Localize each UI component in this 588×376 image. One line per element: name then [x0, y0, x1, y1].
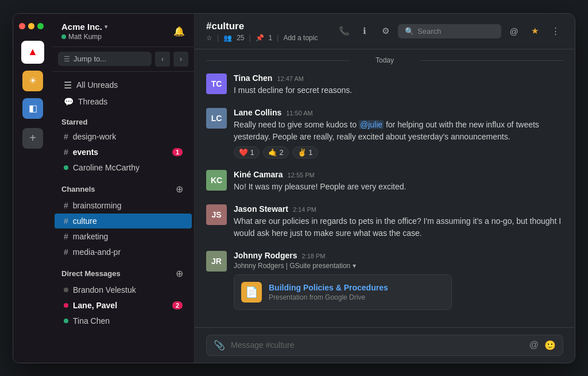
- at-icon[interactable]: @: [529, 340, 539, 350]
- avatar: KC: [206, 170, 227, 191]
- reaction-thumbs[interactable]: 🤙 2: [263, 146, 289, 158]
- bookmark-button[interactable]: ★: [527, 23, 543, 39]
- message-text: No! It was my pleasure! People are very …: [234, 181, 563, 193]
- message-content: Kiné Camara 12:55 PM No! It was my pleas…: [234, 170, 563, 193]
- workspace-name[interactable]: Acme Inc. ▾: [61, 22, 107, 32]
- chevron-down-icon: ▾: [105, 24, 107, 30]
- nav-icon-orange[interactable]: ☀: [22, 71, 43, 91]
- attachment-icon: 📄: [241, 282, 262, 303]
- sidebar-item-lane-pavel[interactable]: Lane, Pavel 2: [55, 298, 192, 313]
- hash-icon: #: [64, 232, 68, 241]
- attachment-icon[interactable]: 📎: [214, 340, 225, 351]
- message-author[interactable]: Lane Collins: [234, 108, 281, 117]
- online-dot: [64, 165, 68, 170]
- message-author[interactable]: Jason Stewart: [234, 204, 288, 214]
- hash-icon: #: [64, 201, 68, 210]
- attachment-info: Building Policies & Procedures Presentat…: [269, 283, 444, 301]
- reaction-peace[interactable]: ✌️ 1: [292, 146, 318, 158]
- message-text: Really need to give some kudos to @julie…: [234, 119, 563, 143]
- maximize-button[interactable]: [37, 23, 44, 29]
- message-header: Jason Stewart 2:14 PM: [234, 204, 563, 214]
- dm-section-header: Direct Messages ⊕: [52, 260, 194, 282]
- sidebar-item-design-work[interactable]: # design-work: [55, 129, 192, 144]
- message-group: LC Lane Collins 11:50 AM Really need to …: [206, 106, 563, 158]
- message-input[interactable]: [231, 340, 524, 350]
- search-box[interactable]: 🔍: [398, 24, 501, 38]
- info-button[interactable]: ℹ: [357, 23, 373, 39]
- app-window: ▲ ☀ ◧ + Acme Inc. ▾ Matt Kump 🔔 ☰ Jump t…: [13, 13, 575, 363]
- message-group: KC Kiné Camara 12:55 PM No! It was my pl…: [206, 168, 563, 193]
- attachment-card[interactable]: 📄 Building Policies & Procedures Present…: [234, 274, 452, 310]
- message-header: Tina Chen 12:47 AM: [234, 73, 563, 83]
- add-topic-link[interactable]: Add a topic: [283, 34, 318, 42]
- sidebar-item-brandon[interactable]: Brandon Velestuk: [55, 282, 192, 297]
- jump-to-button[interactable]: ☰ Jump to...: [58, 52, 152, 66]
- sidebar: Acme Inc. ▾ Matt Kump 🔔 ☰ Jump to... ‹ ›…: [52, 14, 195, 363]
- mention[interactable]: @julie: [359, 120, 384, 129]
- more-button[interactable]: ⋮: [547, 23, 563, 39]
- add-channel-button[interactable]: ⊕: [173, 184, 185, 195]
- mention-button[interactable]: @: [506, 23, 522, 39]
- online-status-dot: [61, 34, 66, 39]
- search-input[interactable]: [417, 27, 498, 36]
- messages-area[interactable]: Today TC Tina Chen 12:47 AM I must decli…: [195, 49, 575, 327]
- sidebar-item-threads[interactable]: 💬 Threads: [55, 94, 192, 109]
- hash-icon: #: [64, 148, 68, 157]
- channel-header: #culture ☆ | 👥 25 | 📌 1 | Add a topic 📞 …: [195, 14, 575, 49]
- jump-icon: ☰: [64, 55, 70, 63]
- sidebar-item-caroline[interactable]: Caroline McCarthy: [55, 160, 192, 175]
- back-button[interactable]: ‹: [155, 52, 170, 67]
- all-unreads-icon: ☰: [64, 80, 72, 91]
- avatar: LC: [206, 108, 227, 129]
- message-group: JS Jason Stewart 2:14 PM What are our po…: [206, 202, 563, 239]
- settings-button[interactable]: ⚙: [377, 23, 393, 39]
- sidebar-item-media-and-pr[interactable]: # media-and-pr: [55, 245, 192, 259]
- hash-icon: #: [64, 216, 68, 226]
- minimize-button[interactable]: [28, 23, 34, 29]
- channel-title-area: #culture ☆ | 👥 25 | 📌 1 | Add a topic: [206, 21, 318, 42]
- add-dm-button[interactable]: ⊕: [173, 268, 185, 280]
- notification-dot: [64, 303, 68, 308]
- call-button[interactable]: 📞: [336, 23, 352, 39]
- workspace-info: Acme Inc. ▾ Matt Kump: [61, 22, 107, 41]
- date-divider: Today: [206, 56, 563, 64]
- bell-icon[interactable]: 🔔: [173, 26, 185, 37]
- search-icon: 🔍: [405, 27, 414, 36]
- sidebar-item-marketing[interactable]: # marketing: [55, 229, 192, 244]
- chevron-down-icon: ▾: [353, 262, 356, 270]
- nav-icon-blue[interactable]: ◧: [22, 98, 43, 119]
- message-content: Tina Chen 12:47 AM I must decline for se…: [234, 73, 563, 96]
- message-group: JR Johnny Rodgers 2:18 PM Johnny Rodgers…: [206, 249, 563, 310]
- reactions: ❤️ 1 🤙 2 ✌️ 1: [234, 146, 563, 158]
- workspace-logo[interactable]: ▲: [21, 41, 44, 64]
- sidebar-item-brainstorming[interactable]: # brainstorming: [55, 198, 192, 213]
- message-author[interactable]: Tina Chen: [234, 73, 272, 83]
- user-status: Matt Kump: [61, 33, 107, 41]
- starred-section-header: Starred: [52, 110, 194, 129]
- message-input-area: 📎 @ 🙂: [195, 327, 575, 363]
- main-content: #culture ☆ | 👥 25 | 📌 1 | Add a topic 📞 …: [195, 14, 575, 363]
- member-count: 25: [237, 34, 244, 42]
- channel-name: #culture: [206, 21, 318, 32]
- sidebar-item-all-unreads[interactable]: ☰ All Unreads: [55, 77, 192, 94]
- attachment-title[interactable]: Building Policies & Procedures: [269, 283, 444, 292]
- message-author[interactable]: Kiné Camara: [234, 170, 283, 179]
- threads-icon: 💬: [64, 97, 74, 106]
- sidebar-item-culture[interactable]: # culture: [55, 214, 192, 228]
- message-content: Lane Collins 11:50 AM Really need to giv…: [234, 108, 563, 158]
- message-text: What are our policies in regards to pets…: [234, 215, 563, 239]
- emoji-icon[interactable]: 🙂: [544, 340, 556, 351]
- star-icon[interactable]: ☆: [206, 34, 212, 42]
- reaction-heart[interactable]: ❤️ 1: [234, 146, 260, 158]
- sidebar-item-events[interactable]: # events 1: [55, 145, 192, 160]
- message-text: I must decline for secret reasons.: [234, 84, 563, 96]
- jump-bar: ☰ Jump to... ‹ ›: [52, 47, 194, 72]
- message-header: Johnny Rodgers 2:18 PM: [234, 251, 563, 260]
- forward-button[interactable]: ›: [173, 52, 188, 67]
- add-workspace-button[interactable]: +: [22, 128, 43, 149]
- pin-icon: 📌: [256, 34, 264, 42]
- close-button[interactable]: [19, 23, 25, 29]
- message-time: 12:47 AM: [277, 75, 303, 82]
- sidebar-item-tina-chen[interactable]: Tina Chen: [55, 313, 192, 328]
- message-author[interactable]: Johnny Rodgers: [234, 251, 297, 260]
